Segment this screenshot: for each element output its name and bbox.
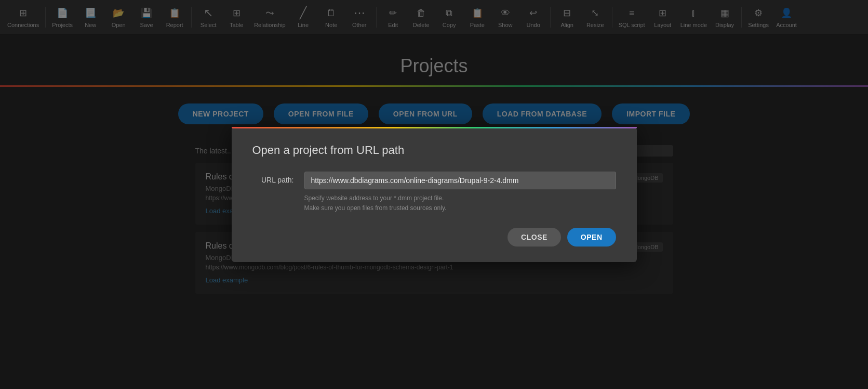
url-path-label: URL path: (252, 172, 294, 184)
modal-rainbow-bar (232, 127, 637, 128)
modal-input-group: Specify website address to your *.dmm pr… (304, 172, 616, 213)
close-button[interactable]: CLOSE (508, 228, 561, 247)
modal-dialog: Open a project from URL path URL path: S… (232, 127, 637, 262)
modal-overlay: Open a project from URL path URL path: S… (0, 0, 868, 389)
modal-title: Open a project from URL path (252, 144, 616, 157)
modal-hint: Specify website address to your *.dmm pr… (304, 193, 616, 213)
url-path-input[interactable] (304, 172, 616, 189)
modal-form-row: URL path: Specify website address to you… (252, 172, 616, 213)
modal-footer: CLOSE OPEN (252, 228, 616, 247)
open-button[interactable]: OPEN (567, 228, 616, 247)
